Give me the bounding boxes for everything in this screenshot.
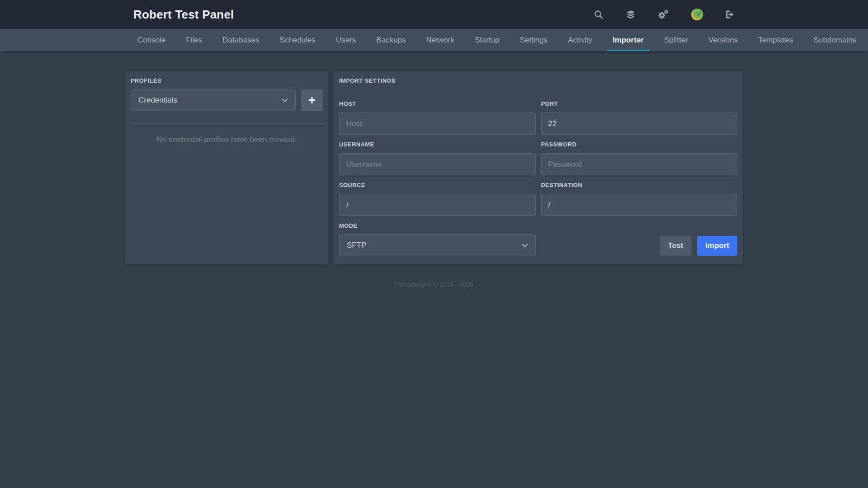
- port-field-group: PORT: [541, 100, 738, 135]
- search-icon[interactable]: [594, 9, 604, 19]
- tab-schedules[interactable]: Schedules: [274, 29, 321, 51]
- profiles-panel: PROFILES Credentials + No credential pro…: [125, 71, 328, 264]
- mode-field-group: MODE SFTP: [339, 222, 536, 256]
- tab-templates[interactable]: Templates: [753, 29, 798, 51]
- divider: [131, 123, 323, 124]
- tab-files[interactable]: Files: [180, 29, 208, 51]
- chevron-down-icon: [522, 244, 528, 248]
- tab-importer[interactable]: Importer: [607, 29, 649, 51]
- port-label: PORT: [541, 100, 738, 107]
- tab-backups[interactable]: Backups: [371, 29, 411, 51]
- avatar-face: [693, 9, 703, 19]
- password-field-group: PASSWORD: [541, 141, 738, 175]
- destination-input[interactable]: [541, 194, 738, 216]
- logout-icon[interactable]: [725, 10, 735, 19]
- tab-splitter[interactable]: Splitter: [659, 29, 693, 51]
- profiles-panel-title: PROFILES: [131, 77, 323, 84]
- tab-settings[interactable]: Settings: [514, 29, 553, 51]
- host-label: HOST: [339, 100, 536, 107]
- header: Robert Test Panel: [0, 0, 868, 29]
- nav-tabs: Console Files Databases Schedules Users …: [0, 29, 868, 51]
- chevron-down-icon: [282, 99, 288, 103]
- import-actions: Test Import: [541, 222, 738, 256]
- layers-icon[interactable]: [625, 9, 636, 19]
- header-icon-group: [594, 9, 735, 20]
- port-input[interactable]: [541, 113, 738, 135]
- username-field-group: USERNAME: [339, 141, 536, 175]
- source-field-group: SOURCE: [339, 182, 536, 216]
- tab-console[interactable]: Console: [132, 29, 171, 51]
- host-field-group: HOST: [339, 100, 536, 135]
- destination-field-group: DESTINATION: [541, 182, 738, 216]
- host-input[interactable]: [339, 113, 536, 135]
- mode-select-value: SFTP: [347, 241, 366, 250]
- tab-network[interactable]: Network: [421, 29, 460, 51]
- mode-label: MODE: [339, 222, 536, 229]
- user-avatar[interactable]: [691, 9, 703, 20]
- tab-versions[interactable]: Versions: [703, 29, 743, 51]
- source-input[interactable]: [339, 194, 536, 216]
- plus-icon: +: [308, 94, 316, 107]
- footer-copyright: Pterodactyl® © 2015 - 2025: [0, 281, 868, 288]
- mode-select[interactable]: SFTP: [339, 235, 536, 256]
- tab-startup[interactable]: Startup: [469, 29, 505, 51]
- tab-users[interactable]: Users: [330, 29, 361, 51]
- username-input[interactable]: [339, 153, 536, 175]
- nav-bar: Console Files Databases Schedules Users …: [0, 29, 868, 51]
- gears-icon[interactable]: [658, 9, 670, 20]
- destination-label: DESTINATION: [541, 182, 738, 188]
- password-label: PASSWORD: [541, 141, 738, 148]
- avatar-eye: [699, 12, 701, 14]
- tab-databases[interactable]: Databases: [217, 29, 264, 51]
- main-content: PROFILES Credentials + No credential pro…: [125, 71, 743, 264]
- username-label: USERNAME: [339, 141, 536, 148]
- profiles-empty-message: No credential profiles have been created…: [131, 135, 323, 144]
- page-title: Robert Test Panel: [133, 8, 234, 22]
- password-input[interactable]: [541, 153, 738, 175]
- credential-profile-select-value: Credentials: [138, 96, 177, 105]
- tab-subdomains[interactable]: Subdomains: [808, 29, 862, 51]
- import-panel-title: IMPORT SETTINGS: [339, 77, 737, 84]
- test-button[interactable]: Test: [660, 236, 691, 256]
- avatar-eye: [697, 12, 698, 14]
- source-label: SOURCE: [339, 182, 536, 188]
- import-button[interactable]: Import: [697, 236, 737, 256]
- add-profile-button[interactable]: +: [301, 89, 323, 111]
- credential-profile-select[interactable]: Credentials: [131, 89, 296, 111]
- import-settings-panel: IMPORT SETTINGS HOST PORT USERNAME PASSW…: [334, 71, 743, 264]
- tab-activity[interactable]: Activity: [562, 29, 598, 51]
